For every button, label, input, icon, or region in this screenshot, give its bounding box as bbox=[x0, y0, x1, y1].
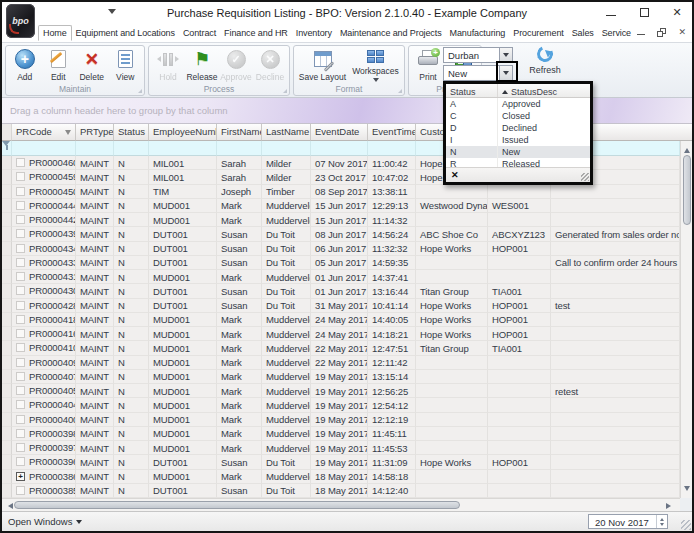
table-row[interactable]: PR0000398MAINTNMUD001MarkMudderveld19 Ma… bbox=[2, 427, 680, 441]
column-header-employeenumber[interactable]: EmployeeNumber bbox=[149, 124, 217, 141]
date-editor[interactable]: 20 Nov 2017 bbox=[588, 514, 668, 529]
expand-icon[interactable] bbox=[16, 244, 25, 253]
filter-cell-status[interactable] bbox=[114, 141, 149, 156]
table-row[interactable]: PR0000397MAINTNMUD001MarkMudderveld19 Ma… bbox=[2, 441, 680, 455]
table-row[interactable]: PR0000400MAINTNMUD001MarkMudderveld19 Ma… bbox=[2, 413, 680, 427]
expand-icon[interactable] bbox=[16, 372, 25, 381]
filter-cell-eventtime[interactable] bbox=[368, 141, 416, 156]
expand-icon[interactable] bbox=[16, 272, 25, 281]
table-row[interactable]: PR0000450MAINTNTIMJosephTimber08 Sep 201… bbox=[2, 185, 680, 199]
tab-finance-and-hr[interactable]: Finance and HR bbox=[220, 26, 292, 40]
vertical-scrollbar[interactable] bbox=[680, 141, 692, 498]
mdi-close-button[interactable]: ✕ bbox=[678, 27, 686, 37]
table-row[interactable]: PR0000444MAINTNMUD001MarkMudderveld15 Ju… bbox=[2, 199, 680, 213]
clear-filter-button[interactable]: ✕ bbox=[451, 170, 459, 180]
expand-icon[interactable] bbox=[16, 358, 25, 367]
column-header-prcode[interactable]: PRCode bbox=[12, 124, 76, 141]
table-row[interactable]: PR0000407MAINTNMUD001MarkMudderveld19 Ma… bbox=[2, 370, 680, 384]
bpo-logo-icon[interactable]: bpo bbox=[6, 4, 35, 38]
release-button[interactable]: ⚑ Release bbox=[186, 47, 218, 85]
tab-service[interactable]: Service bbox=[598, 26, 634, 40]
expand-icon[interactable] bbox=[16, 386, 25, 395]
decline-button[interactable]: ✕ Decline bbox=[254, 47, 286, 85]
dropdown-column-statusdesc[interactable]: StatusDesc bbox=[498, 84, 590, 97]
site-combobox-arrow[interactable] bbox=[499, 48, 512, 62]
expand-icon[interactable] bbox=[16, 343, 25, 352]
quick-access-caret-icon[interactable] bbox=[108, 9, 116, 18]
table-row[interactable]: PR0000409MAINTNMUD001MarkMudderveld22 Ma… bbox=[2, 356, 680, 370]
filter-cell-prcode[interactable] bbox=[12, 141, 76, 156]
status-option-i[interactable]: IIssued bbox=[446, 134, 590, 146]
filter-cell-prtype[interactable] bbox=[76, 141, 114, 156]
table-row[interactable]: PR0000428MAINTNDUT001SusanDu Toit31 May … bbox=[2, 299, 680, 313]
resize-grip[interactable] bbox=[681, 520, 691, 530]
expand-plus-icon[interactable]: + bbox=[16, 472, 25, 481]
expand-icon[interactable] bbox=[16, 258, 25, 267]
expand-icon[interactable] bbox=[16, 158, 25, 167]
table-row[interactable]: PR0000404MAINTNMUD001MarkMudderveld19 Ma… bbox=[2, 398, 680, 412]
column-header-firstname[interactable]: FirstName bbox=[217, 124, 262, 141]
print-button[interactable]: + Print bbox=[412, 47, 444, 85]
expand-icon[interactable] bbox=[16, 429, 25, 438]
status-option-a[interactable]: AApproved bbox=[446, 98, 590, 110]
tab-procurement[interactable]: Procurement bbox=[509, 26, 567, 40]
expand-icon[interactable] bbox=[16, 486, 25, 495]
table-row[interactable]: PR0000416MAINTNMUD001MarkMudderveld24 Ma… bbox=[2, 327, 680, 341]
add-button[interactable]: + Add bbox=[9, 47, 41, 85]
table-row[interactable]: PR0000410MAINTNMUD001MarkMudderveld22 Ma… bbox=[2, 341, 680, 355]
table-row[interactable]: +PR0000386MAINTNMUD001MarkMudderveld18 M… bbox=[2, 470, 680, 484]
minimize-button[interactable] bbox=[604, 5, 618, 19]
tab-contract[interactable]: Contract bbox=[179, 26, 220, 40]
filter-cell-lastname[interactable] bbox=[262, 141, 311, 156]
column-header-eventdate[interactable]: EventDate bbox=[311, 124, 368, 141]
tab-equipment-and-locations[interactable]: Equipment and Locations bbox=[72, 26, 179, 40]
column-header-status[interactable]: Status bbox=[114, 124, 149, 141]
table-row[interactable]: PR0000396MAINTNDUT001SusanDu Toit19 May … bbox=[2, 455, 680, 469]
table-row[interactable]: PR0000418MAINTNMUD001MarkMudderveld24 Ma… bbox=[2, 313, 680, 327]
expand-icon[interactable] bbox=[16, 415, 25, 424]
table-row[interactable]: PR0000433MAINTNDUT001SusanDu Toit05 Jun … bbox=[2, 256, 680, 270]
workspaces-button[interactable]: Workspaces bbox=[350, 47, 401, 85]
table-row[interactable]: PR0000385MAINTNDUT001SusanDu Toit18 May … bbox=[2, 484, 680, 498]
expand-icon[interactable] bbox=[16, 215, 25, 224]
hold-button[interactable]: Hold bbox=[152, 47, 184, 85]
horizontal-scrollbar[interactable] bbox=[2, 498, 680, 511]
dropdown-column-status[interactable]: Status bbox=[446, 84, 498, 97]
scroll-left-icon[interactable] bbox=[5, 503, 13, 509]
tab-manufacturing[interactable]: Manufacturing bbox=[446, 26, 510, 40]
table-row[interactable]: PR0000430MAINTNDUT001SusanDu Toit01 Jun … bbox=[2, 284, 680, 298]
filter-cell-employeenumber[interactable] bbox=[149, 141, 217, 156]
expand-icon[interactable] bbox=[16, 286, 25, 295]
horizontal-scroll-thumb[interactable] bbox=[14, 501, 460, 509]
expand-icon[interactable] bbox=[16, 457, 25, 466]
column-header-prtype[interactable]: PRType bbox=[76, 124, 114, 141]
open-windows-button[interactable]: Open Windows bbox=[8, 516, 82, 527]
date-spinner[interactable] bbox=[656, 515, 667, 528]
status-option-n[interactable]: NNew bbox=[446, 146, 590, 158]
edit-button[interactable]: Edit bbox=[43, 47, 75, 85]
expand-icon[interactable] bbox=[16, 187, 25, 196]
close-button[interactable]: ✕ bbox=[670, 5, 684, 19]
save-layout-button[interactable]: Save Layout bbox=[297, 47, 348, 85]
column-header-eventtime[interactable]: EventTime bbox=[368, 124, 416, 141]
scroll-right-icon[interactable] bbox=[666, 503, 674, 509]
table-row[interactable]: PR0000442MAINTNMUD001MarkMudderveld15 Ju… bbox=[2, 213, 680, 227]
filter-cell-eventdate[interactable] bbox=[311, 141, 368, 156]
expand-icon[interactable] bbox=[16, 301, 25, 310]
mdi-minimize-button[interactable] bbox=[637, 29, 645, 35]
delete-button[interactable]: ✕ Delete bbox=[76, 47, 108, 85]
vertical-scroll-thumb[interactable] bbox=[683, 155, 691, 225]
column-header-lastname[interactable]: LastName bbox=[262, 124, 311, 141]
filter-cell-firstname[interactable] bbox=[217, 141, 262, 156]
scroll-down-icon[interactable] bbox=[684, 486, 690, 494]
maximize-button[interactable] bbox=[637, 5, 651, 19]
status-option-c[interactable]: CClosed bbox=[446, 110, 590, 122]
expand-icon[interactable] bbox=[16, 229, 25, 238]
mdi-restore-button[interactable] bbox=[657, 28, 666, 37]
view-button[interactable]: View bbox=[110, 47, 142, 85]
tab-home[interactable]: Home bbox=[38, 25, 72, 41]
expand-icon[interactable] bbox=[16, 329, 25, 338]
scroll-up-icon[interactable] bbox=[684, 145, 690, 153]
expand-icon[interactable] bbox=[16, 400, 25, 409]
table-row[interactable]: PR0000434MAINTNDUT001SusanDu Toit06 Jun … bbox=[2, 242, 680, 256]
